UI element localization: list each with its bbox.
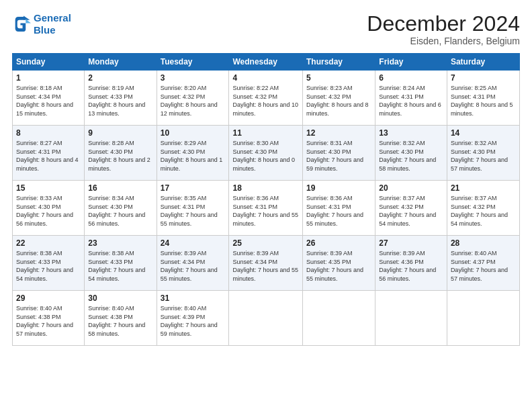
day-info: Sunrise: 8:37 AM Sunset: 4:32 PM Dayligh… xyxy=(379,194,443,228)
day-info: Sunrise: 8:32 AM Sunset: 4:30 PM Dayligh… xyxy=(379,139,443,173)
page: General Blue December 2024 Eisden, Fland… xyxy=(0,0,532,411)
day-number: 7 xyxy=(451,73,516,83)
day-number: 10 xyxy=(161,128,226,138)
day-info: Sunrise: 8:24 AM Sunset: 4:31 PM Dayligh… xyxy=(379,84,443,118)
table-row: 16 Sunrise: 8:34 AM Sunset: 4:30 PM Dayl… xyxy=(85,181,157,236)
table-row: 22 Sunrise: 8:38 AM Sunset: 4:33 PM Dayl… xyxy=(13,236,85,291)
day-number: 16 xyxy=(88,183,152,193)
calendar-header-row: Sunday Monday Tuesday Wednesday Thursday… xyxy=(13,54,520,71)
day-info: Sunrise: 8:20 AM Sunset: 4:32 PM Dayligh… xyxy=(161,84,226,118)
table-row: 5 Sunrise: 8:23 AM Sunset: 4:32 PM Dayli… xyxy=(303,71,375,126)
table-row: 21 Sunrise: 8:37 AM Sunset: 4:32 PM Dayl… xyxy=(447,181,519,236)
table-row: 29 Sunrise: 8:40 AM Sunset: 4:38 PM Dayl… xyxy=(13,291,85,346)
day-number: 28 xyxy=(451,238,516,248)
day-info: Sunrise: 8:28 AM Sunset: 4:30 PM Dayligh… xyxy=(88,139,152,173)
calendar-week-1: 8 Sunrise: 8:27 AM Sunset: 4:31 PM Dayli… xyxy=(13,126,520,181)
table-row: 31 Sunrise: 8:40 AM Sunset: 4:39 PM Dayl… xyxy=(157,291,229,346)
day-number: 26 xyxy=(306,238,371,248)
header-saturday: Saturday xyxy=(447,54,519,71)
day-number: 31 xyxy=(161,293,226,303)
table-row: 19 Sunrise: 8:36 AM Sunset: 4:31 PM Dayl… xyxy=(303,181,375,236)
day-number: 27 xyxy=(379,238,443,248)
day-info: Sunrise: 8:29 AM Sunset: 4:30 PM Dayligh… xyxy=(161,139,226,173)
header-monday: Monday xyxy=(85,54,157,71)
day-number: 6 xyxy=(379,73,443,83)
day-info: Sunrise: 8:40 AM Sunset: 4:37 PM Dayligh… xyxy=(451,249,516,283)
calendar: Sunday Monday Tuesday Wednesday Thursday… xyxy=(12,53,520,346)
day-info: Sunrise: 8:36 AM Sunset: 4:31 PM Dayligh… xyxy=(306,194,371,228)
day-number: 12 xyxy=(306,128,371,138)
table-row: 3 Sunrise: 8:20 AM Sunset: 4:32 PM Dayli… xyxy=(157,71,229,126)
day-number: 19 xyxy=(306,183,371,193)
day-info: Sunrise: 8:33 AM Sunset: 4:30 PM Dayligh… xyxy=(16,194,81,228)
day-number: 5 xyxy=(306,73,371,83)
day-info: Sunrise: 8:40 AM Sunset: 4:39 PM Dayligh… xyxy=(161,304,226,338)
month-title: December 2024 xyxy=(367,12,520,36)
day-number: 22 xyxy=(16,238,81,248)
calendar-week-2: 15 Sunrise: 8:33 AM Sunset: 4:30 PM Dayl… xyxy=(13,181,520,236)
table-row: 20 Sunrise: 8:37 AM Sunset: 4:32 PM Dayl… xyxy=(375,181,447,236)
day-info: Sunrise: 8:38 AM Sunset: 4:33 PM Dayligh… xyxy=(88,249,152,283)
day-info: Sunrise: 8:40 AM Sunset: 4:38 PM Dayligh… xyxy=(88,304,152,338)
day-number: 18 xyxy=(232,183,299,193)
day-number: 24 xyxy=(161,238,226,248)
table-row: 27 Sunrise: 8:39 AM Sunset: 4:36 PM Dayl… xyxy=(375,236,447,291)
day-number: 8 xyxy=(16,128,81,138)
table-row xyxy=(229,291,303,346)
table-row: 24 Sunrise: 8:39 AM Sunset: 4:34 PM Dayl… xyxy=(157,236,229,291)
table-row: 25 Sunrise: 8:39 AM Sunset: 4:34 PM Dayl… xyxy=(229,236,303,291)
day-info: Sunrise: 8:18 AM Sunset: 4:34 PM Dayligh… xyxy=(16,84,81,118)
table-row: 23 Sunrise: 8:38 AM Sunset: 4:33 PM Dayl… xyxy=(85,236,157,291)
header: General Blue December 2024 Eisden, Fland… xyxy=(12,12,520,46)
table-row: 2 Sunrise: 8:19 AM Sunset: 4:33 PM Dayli… xyxy=(85,71,157,126)
calendar-week-3: 22 Sunrise: 8:38 AM Sunset: 4:33 PM Dayl… xyxy=(13,236,520,291)
day-number: 13 xyxy=(379,128,443,138)
day-info: Sunrise: 8:37 AM Sunset: 4:32 PM Dayligh… xyxy=(451,194,516,228)
calendar-week-0: 1 Sunrise: 8:18 AM Sunset: 4:34 PM Dayli… xyxy=(13,71,520,126)
header-friday: Friday xyxy=(375,54,447,71)
calendar-week-4: 29 Sunrise: 8:40 AM Sunset: 4:38 PM Dayl… xyxy=(13,291,520,346)
day-info: Sunrise: 8:39 AM Sunset: 4:36 PM Dayligh… xyxy=(379,249,443,283)
table-row: 28 Sunrise: 8:40 AM Sunset: 4:37 PM Dayl… xyxy=(447,236,519,291)
day-number: 4 xyxy=(232,73,299,83)
day-info: Sunrise: 8:23 AM Sunset: 4:32 PM Dayligh… xyxy=(306,84,371,118)
table-row xyxy=(303,291,375,346)
day-info: Sunrise: 8:36 AM Sunset: 4:31 PM Dayligh… xyxy=(232,194,299,228)
day-info: Sunrise: 8:39 AM Sunset: 4:34 PM Dayligh… xyxy=(232,249,299,283)
location: Eisden, Flanders, Belgium xyxy=(367,36,520,46)
table-row: 15 Sunrise: 8:33 AM Sunset: 4:30 PM Dayl… xyxy=(13,181,85,236)
table-row xyxy=(447,291,519,346)
day-number: 21 xyxy=(451,183,516,193)
table-row: 11 Sunrise: 8:30 AM Sunset: 4:30 PM Dayl… xyxy=(229,126,303,181)
day-number: 23 xyxy=(88,238,152,248)
header-wednesday: Wednesday xyxy=(229,54,303,71)
day-info: Sunrise: 8:25 AM Sunset: 4:31 PM Dayligh… xyxy=(451,84,516,118)
logo: General Blue xyxy=(12,12,71,36)
day-info: Sunrise: 8:22 AM Sunset: 4:32 PM Dayligh… xyxy=(232,84,299,118)
day-info: Sunrise: 8:39 AM Sunset: 4:34 PM Dayligh… xyxy=(161,249,226,283)
table-row xyxy=(375,291,447,346)
table-row: 17 Sunrise: 8:35 AM Sunset: 4:31 PM Dayl… xyxy=(157,181,229,236)
header-sunday: Sunday xyxy=(13,54,85,71)
table-row: 12 Sunrise: 8:31 AM Sunset: 4:30 PM Dayl… xyxy=(303,126,375,181)
table-row: 4 Sunrise: 8:22 AM Sunset: 4:32 PM Dayli… xyxy=(229,71,303,126)
day-number: 2 xyxy=(88,73,152,83)
day-number: 20 xyxy=(379,183,443,193)
day-info: Sunrise: 8:32 AM Sunset: 4:30 PM Dayligh… xyxy=(451,139,516,173)
table-row: 1 Sunrise: 8:18 AM Sunset: 4:34 PM Dayli… xyxy=(13,71,85,126)
day-number: 14 xyxy=(451,128,516,138)
day-info: Sunrise: 8:27 AM Sunset: 4:31 PM Dayligh… xyxy=(16,139,81,173)
table-row: 14 Sunrise: 8:32 AM Sunset: 4:30 PM Dayl… xyxy=(447,126,519,181)
day-number: 9 xyxy=(88,128,152,138)
table-row: 18 Sunrise: 8:36 AM Sunset: 4:31 PM Dayl… xyxy=(229,181,303,236)
day-info: Sunrise: 8:19 AM Sunset: 4:33 PM Dayligh… xyxy=(88,84,152,118)
day-info: Sunrise: 8:30 AM Sunset: 4:30 PM Dayligh… xyxy=(232,139,299,173)
table-row: 7 Sunrise: 8:25 AM Sunset: 4:31 PM Dayli… xyxy=(447,71,519,126)
logo-icon xyxy=(12,15,31,34)
day-info: Sunrise: 8:31 AM Sunset: 4:30 PM Dayligh… xyxy=(306,139,371,173)
table-row: 13 Sunrise: 8:32 AM Sunset: 4:30 PM Dayl… xyxy=(375,126,447,181)
day-number: 3 xyxy=(161,73,226,83)
day-number: 15 xyxy=(16,183,81,193)
day-number: 17 xyxy=(161,183,226,193)
day-number: 25 xyxy=(232,238,299,248)
